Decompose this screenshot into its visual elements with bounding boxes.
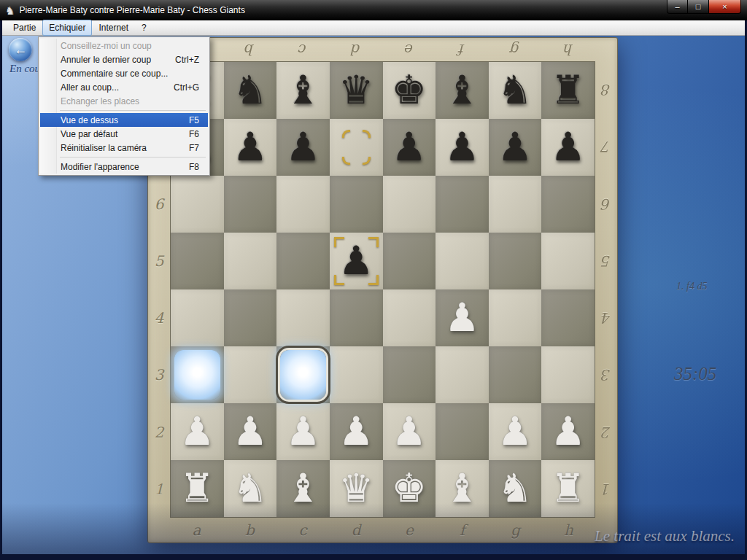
- menu-item-aller-au-coup[interactable]: Aller au coup...Ctrl+G: [40, 80, 208, 94]
- square-b1[interactable]: ♞: [224, 460, 277, 517]
- white-knight-g1[interactable]: ♞: [489, 460, 542, 517]
- menu-item-commentaire-sur-ce-coup[interactable]: Commentaire sur ce coup...: [40, 66, 208, 80]
- white-queen-d1[interactable]: ♛: [330, 460, 383, 517]
- square-d8[interactable]: ♛: [330, 62, 383, 119]
- menubar-item-partie[interactable]: Partie: [7, 20, 42, 36]
- square-c5[interactable]: [276, 233, 330, 289]
- black-pawn-b7[interactable]: ♟: [224, 119, 277, 176]
- square-h7[interactable]: ♟: [541, 119, 595, 176]
- square-f8[interactable]: ♝: [436, 62, 489, 119]
- square-d6[interactable]: [330, 176, 383, 233]
- square-c7[interactable]: ♟: [276, 119, 330, 176]
- close-button[interactable]: ×: [708, 0, 741, 14]
- white-king-e1[interactable]: ♚: [383, 460, 436, 517]
- square-g6[interactable]: [489, 176, 542, 233]
- square-a5[interactable]: [171, 233, 224, 289]
- menubar-item-?[interactable]: ?: [135, 20, 153, 36]
- square-h4[interactable]: [541, 289, 595, 346]
- square-b2[interactable]: ♟: [224, 403, 277, 460]
- black-knight-b8[interactable]: ♞: [224, 62, 277, 119]
- black-rook-h8[interactable]: ♜: [541, 62, 595, 119]
- menu-item-modifier-l-apparence[interactable]: Modifier l'apparenceF8: [40, 160, 208, 174]
- white-pawn-f4[interactable]: ♟: [436, 289, 489, 346]
- square-b5[interactable]: [224, 233, 277, 289]
- white-pawn-c2[interactable]: ♟: [276, 403, 330, 460]
- restore-button[interactable]: □: [688, 0, 708, 14]
- square-h8[interactable]: ♜: [541, 62, 595, 119]
- square-g8[interactable]: ♞: [489, 62, 542, 119]
- white-bishop-c1[interactable]: ♝: [276, 460, 330, 517]
- white-pawn-b2[interactable]: ♟: [224, 403, 277, 460]
- minimize-button[interactable]: –: [667, 0, 688, 14]
- square-e3[interactable]: [383, 346, 436, 403]
- menu-item-annuler-le-dernier-coup[interactable]: Annuler le dernier coupCtrl+Z: [40, 52, 208, 66]
- square-g4[interactable]: [489, 289, 542, 346]
- square-f3[interactable]: [436, 346, 489, 403]
- black-bishop-c8[interactable]: ♝: [276, 62, 330, 119]
- square-d3[interactable]: [330, 346, 383, 403]
- square-e8[interactable]: ♚: [383, 62, 436, 119]
- white-pawn-d2[interactable]: ♟: [330, 403, 383, 460]
- square-e4[interactable]: [383, 289, 436, 346]
- square-a4[interactable]: [171, 289, 224, 346]
- square-g7[interactable]: ♟: [489, 119, 542, 176]
- square-h5[interactable]: [541, 233, 595, 289]
- square-a2[interactable]: ♟: [171, 403, 224, 460]
- square-c2[interactable]: ♟: [276, 403, 330, 460]
- black-pawn-f7[interactable]: ♟: [436, 119, 489, 176]
- square-c3[interactable]: [276, 346, 330, 403]
- square-d1[interactable]: ♛: [330, 460, 383, 517]
- square-g3[interactable]: [489, 346, 542, 403]
- square-e5[interactable]: [383, 233, 436, 289]
- square-b8[interactable]: ♞: [224, 62, 277, 119]
- square-f7[interactable]: ♟: [436, 119, 489, 176]
- square-b4[interactable]: [224, 289, 277, 346]
- square-a1[interactable]: ♜: [171, 460, 224, 517]
- square-e2[interactable]: ♟: [383, 403, 436, 460]
- square-e1[interactable]: ♚: [383, 460, 436, 517]
- white-bishop-f1[interactable]: ♝: [436, 460, 489, 517]
- white-rook-h1[interactable]: ♜: [541, 460, 595, 517]
- white-pawn-e2[interactable]: ♟: [383, 403, 436, 460]
- square-h1[interactable]: ♜: [541, 460, 595, 517]
- black-king-e8[interactable]: ♚: [383, 62, 436, 119]
- square-f4[interactable]: ♟: [436, 289, 489, 346]
- square-h3[interactable]: [541, 346, 595, 403]
- square-a3[interactable]: [171, 346, 224, 403]
- square-f2[interactable]: [436, 403, 489, 460]
- black-pawn-d5[interactable]: ♟: [330, 233, 383, 289]
- square-b6[interactable]: [224, 176, 277, 233]
- square-g2[interactable]: ♟: [489, 403, 542, 460]
- menu-item-vue-par-defaut[interactable]: Vue par défautF6: [40, 127, 208, 141]
- square-b7[interactable]: ♟: [224, 119, 277, 176]
- square-f1[interactable]: ♝: [436, 460, 489, 517]
- square-h2[interactable]: ♟: [541, 403, 595, 460]
- square-g1[interactable]: ♞: [489, 460, 542, 517]
- white-pawn-g2[interactable]: ♟: [489, 403, 542, 460]
- black-queen-d8[interactable]: ♛: [330, 62, 383, 119]
- square-d5[interactable]: ♟: [330, 233, 383, 289]
- white-pawn-a2[interactable]: ♟: [171, 403, 224, 460]
- square-d4[interactable]: [330, 289, 383, 346]
- square-f6[interactable]: [436, 176, 489, 233]
- square-g5[interactable]: [489, 233, 542, 289]
- square-c1[interactable]: ♝: [276, 460, 330, 517]
- back-button[interactable]: ←: [9, 38, 32, 61]
- menu-item-vue-de-dessus[interactable]: Vue de dessusF5: [40, 113, 208, 127]
- menu-item-reinitialiser-la-camera[interactable]: Réinitialiser la caméraF7: [40, 141, 208, 155]
- square-d2[interactable]: ♟: [330, 403, 383, 460]
- square-h6[interactable]: [541, 176, 595, 233]
- square-a6[interactable]: [171, 176, 224, 233]
- white-rook-a1[interactable]: ♜: [171, 460, 224, 517]
- black-pawn-e7[interactable]: ♟: [383, 119, 436, 176]
- menubar-item-echiquier[interactable]: Echiquier: [42, 20, 92, 36]
- square-d7[interactable]: [330, 119, 383, 176]
- black-pawn-c7[interactable]: ♟: [276, 119, 330, 176]
- square-c4[interactable]: [276, 289, 330, 346]
- menubar-item-internet[interactable]: Internet: [92, 20, 135, 36]
- black-bishop-f8[interactable]: ♝: [436, 62, 489, 119]
- square-c8[interactable]: ♝: [276, 62, 330, 119]
- black-pawn-h7[interactable]: ♟: [541, 119, 595, 176]
- black-pawn-g7[interactable]: ♟: [489, 119, 542, 176]
- black-knight-g8[interactable]: ♞: [489, 62, 542, 119]
